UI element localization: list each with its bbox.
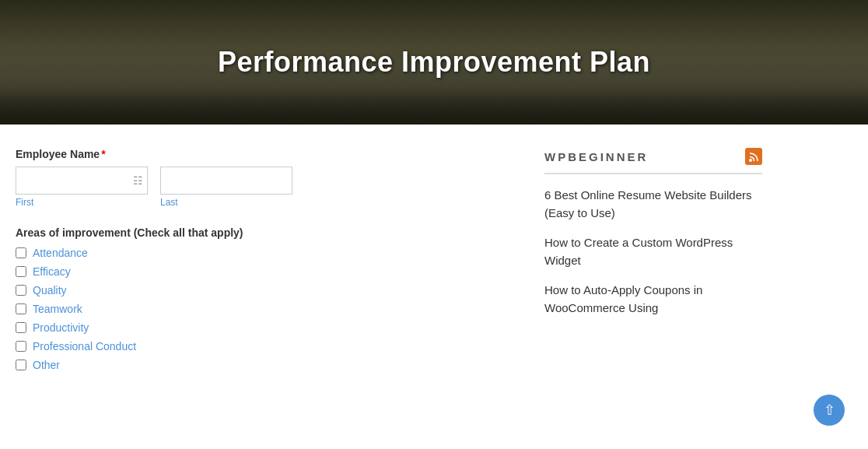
first-name-sub-label: First (16, 197, 148, 208)
checkbox-quality[interactable] (16, 285, 26, 296)
sidebar: WPBEGINNER 6 Best Online Resume Website … (544, 148, 762, 371)
field-icon: ☷ (133, 174, 143, 187)
checkbox-item-productivity: Productivity (16, 321, 513, 334)
employee-name-label: Employee Name* (16, 148, 513, 160)
sidebar-brand: WPBEGINNER (544, 150, 648, 163)
rss-icon[interactable] (745, 148, 762, 165)
name-row: ☷ First Last (16, 167, 513, 208)
checkbox-professional_conduct[interactable] (16, 341, 26, 352)
checkbox-item-teamwork: Teamwork (16, 303, 513, 315)
checkbox-productivity[interactable] (16, 322, 26, 333)
hero-banner: Performance Improvement Plan (0, 0, 868, 125)
first-name-field: ☷ First (16, 167, 148, 208)
last-name-input[interactable] (160, 167, 292, 195)
checkbox-efficacy[interactable] (16, 266, 26, 277)
sidebar-header: WPBEGINNER (544, 148, 762, 174)
sidebar-link-0[interactable]: 6 Best Online Resume Website Builders (E… (544, 187, 762, 222)
first-name-input-wrapper: ☷ (16, 167, 148, 195)
checkbox-other[interactable] (16, 360, 26, 370)
main-layout: Employee Name* ☷ First Last Areas of imp… (0, 125, 868, 395)
areas-of-improvement-label: Areas of improvement (Check all that app… (16, 226, 513, 239)
checkbox-label-productivity[interactable]: Productivity (33, 321, 89, 334)
form-area: Employee Name* ☷ First Last Areas of imp… (16, 148, 513, 371)
checkbox-item-other: Other (16, 359, 513, 371)
sidebar-links: 6 Best Online Resume Website Builders (E… (544, 187, 762, 317)
checkbox-teamwork[interactable] (16, 303, 26, 314)
checkbox-label-quality[interactable]: Quality (33, 284, 67, 296)
checkbox-attendance[interactable] (16, 247, 26, 258)
sidebar-link-1[interactable]: How to Create a Custom WordPress Widget (544, 234, 762, 269)
first-name-input[interactable] (16, 167, 148, 195)
required-marker: * (101, 148, 105, 160)
scroll-to-top-button[interactable]: ⇧ (814, 395, 845, 426)
checkbox-label-attendance[interactable]: Attendance (33, 247, 88, 259)
last-name-sub-label: Last (160, 197, 292, 208)
checkbox-label-efficacy[interactable]: Efficacy (33, 265, 71, 278)
svg-point-0 (749, 159, 752, 162)
checkbox-item-professional_conduct: Professional Conduct (16, 340, 513, 353)
page-title: Performance Improvement Plan (218, 46, 650, 79)
sidebar-link-2[interactable]: How to Auto-Apply Coupons in WooCommerce… (544, 282, 762, 317)
checkbox-item-attendance: Attendance (16, 247, 513, 259)
checkbox-label-other[interactable]: Other (33, 359, 60, 371)
checkbox-label-teamwork[interactable]: Teamwork (33, 303, 82, 315)
last-name-field: Last (160, 167, 292, 208)
checkbox-item-efficacy: Efficacy (16, 265, 513, 278)
checkbox-item-quality: Quality (16, 284, 513, 296)
checkbox-label-professional_conduct[interactable]: Professional Conduct (33, 340, 136, 353)
checkbox-list: AttendanceEfficacyQualityTeamworkProduct… (16, 247, 513, 371)
